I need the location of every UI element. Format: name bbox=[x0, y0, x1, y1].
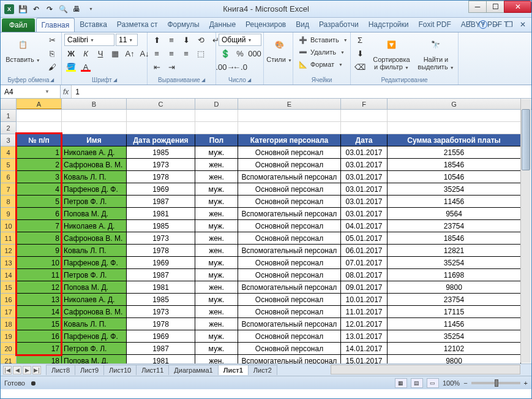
cell[interactable]: 03.01.2017 bbox=[341, 183, 388, 196]
cell[interactable]: жен. bbox=[195, 245, 238, 257]
cell[interactable]: Попова М. Д. bbox=[62, 355, 127, 363]
font-dialog-launcher-icon[interactable]: ◢ bbox=[113, 77, 117, 83]
cell[interactable]: 8 bbox=[17, 232, 62, 245]
redo-icon[interactable]: ↷ bbox=[43, 3, 56, 15]
cell[interactable]: 03.01.2017 bbox=[341, 146, 388, 159]
align-right-icon[interactable]: ≡ bbox=[179, 47, 193, 59]
ribbon-tab-3[interactable]: Формулы bbox=[163, 18, 204, 32]
clear-icon[interactable]: ⌫ bbox=[353, 61, 367, 73]
cell[interactable]: 08.01.2017 bbox=[341, 269, 388, 281]
row-header[interactable]: 16 bbox=[1, 294, 17, 306]
cell[interactable]: 03.01.2017 bbox=[341, 208, 388, 220]
doc-restore-icon[interactable]: ❐ bbox=[504, 20, 514, 29]
table-header-cell[interactable]: Сумма заработной платы bbox=[388, 134, 521, 146]
cell[interactable]: Коваль Л. П. bbox=[62, 318, 127, 330]
horizontal-scrollbar[interactable] bbox=[331, 365, 520, 374]
alignment-dialog-launcher-icon[interactable]: ◢ bbox=[201, 77, 205, 83]
cell[interactable]: Петров Ф. Л. bbox=[62, 343, 127, 355]
cell[interactable]: Основной персонал bbox=[238, 146, 341, 159]
page-layout-view-icon[interactable]: ▤ bbox=[411, 378, 423, 388]
cell[interactable]: 03.01.2017 bbox=[341, 196, 388, 208]
cell[interactable]: 16 bbox=[17, 330, 62, 343]
cell[interactable]: 12.01.2017 bbox=[341, 318, 388, 330]
table-header-cell[interactable]: Дата bbox=[341, 134, 388, 146]
increase-decimal-icon[interactable]: .00→ bbox=[219, 61, 232, 73]
cell[interactable]: 1987 bbox=[127, 269, 195, 281]
cell[interactable] bbox=[341, 110, 388, 122]
table-header-cell[interactable]: № п/п bbox=[17, 134, 62, 146]
cell[interactable]: 10546 bbox=[388, 171, 521, 183]
cell[interactable]: муж. bbox=[195, 220, 238, 232]
cell[interactable]: 13.01.2017 bbox=[341, 330, 388, 343]
cut-icon[interactable]: ✂ bbox=[45, 34, 59, 46]
column-header-G[interactable]: G bbox=[388, 99, 521, 109]
cell[interactable] bbox=[17, 110, 62, 122]
row-header[interactable]: 6 bbox=[1, 171, 17, 183]
cell[interactable]: Сафронова В. М. bbox=[62, 232, 127, 245]
cell[interactable]: 1969 bbox=[127, 183, 195, 196]
cell[interactable]: Основной персонал bbox=[238, 306, 341, 318]
ribbon-tab-8[interactable]: Надстройки bbox=[364, 18, 414, 32]
cell[interactable]: Основной персонал bbox=[238, 330, 341, 343]
cell[interactable]: 5 bbox=[17, 196, 62, 208]
row-header[interactable]: 9 bbox=[1, 208, 17, 220]
sheet-nav-prev-icon[interactable]: ◀ bbox=[13, 366, 21, 374]
table-header-cell[interactable]: Пол bbox=[195, 134, 238, 146]
cell[interactable]: 1981 bbox=[127, 281, 195, 294]
row-header[interactable]: 5 bbox=[1, 159, 17, 171]
minimize-button[interactable]: ─ bbox=[468, 1, 487, 13]
cell[interactable]: 1973 bbox=[127, 232, 195, 245]
number-format-combo[interactable]: Общий▼ bbox=[219, 34, 261, 46]
sort-filter-button[interactable]: 🔽 Сортировка и фильтр▼ bbox=[369, 34, 414, 72]
cell[interactable]: Основной персонал bbox=[238, 257, 341, 269]
cell[interactable]: Коваль Л. П. bbox=[62, 245, 127, 257]
delete-cells-button[interactable]: ➖Удалить▼ bbox=[296, 46, 347, 58]
row-header[interactable]: 1 bbox=[1, 110, 17, 122]
cell[interactable]: 12102 bbox=[388, 343, 521, 355]
cell[interactable]: 1969 bbox=[127, 257, 195, 269]
cell[interactable] bbox=[238, 110, 341, 122]
cell[interactable] bbox=[341, 122, 388, 134]
currency-icon[interactable]: 💲 bbox=[219, 47, 232, 59]
cell[interactable]: 2 bbox=[17, 159, 62, 171]
cell[interactable]: муж. bbox=[195, 294, 238, 306]
sheet-tab[interactable]: Диаграмма1 bbox=[168, 365, 218, 375]
cell[interactable]: 07.01.2017 bbox=[341, 257, 388, 269]
cell[interactable]: жен. bbox=[195, 318, 238, 330]
cell[interactable]: 1973 bbox=[127, 159, 195, 171]
format-painter-icon[interactable]: 🖌 bbox=[45, 61, 59, 73]
cell[interactable]: 11.01.2017 bbox=[341, 306, 388, 318]
cell[interactable] bbox=[195, 122, 238, 134]
comma-icon[interactable]: 000 bbox=[248, 47, 261, 59]
column-header-C[interactable]: C bbox=[127, 99, 195, 109]
cell[interactable]: 1987 bbox=[127, 196, 195, 208]
cell[interactable]: жен. bbox=[195, 159, 238, 171]
cell[interactable]: Основной персонал bbox=[238, 159, 341, 171]
cell[interactable]: 1978 bbox=[127, 318, 195, 330]
cell[interactable]: 12 bbox=[17, 281, 62, 294]
sheet-tab[interactable]: Лист9 bbox=[75, 365, 104, 375]
font-grow-icon[interactable]: A↑ bbox=[123, 47, 137, 59]
decrease-indent-icon[interactable]: ⇤ bbox=[150, 61, 163, 73]
row-header[interactable]: 8 bbox=[1, 196, 17, 208]
merge-icon[interactable]: ⬚ bbox=[194, 47, 208, 59]
cell[interactable] bbox=[62, 122, 127, 134]
page-break-view-icon[interactable]: ▭ bbox=[427, 378, 439, 388]
cell[interactable]: 18546 bbox=[388, 159, 521, 171]
cell[interactable]: 21556 bbox=[388, 146, 521, 159]
cell[interactable]: 05.01.2017 bbox=[341, 232, 388, 245]
cell[interactable]: 10.01.2017 bbox=[341, 294, 388, 306]
row-header[interactable]: 18 bbox=[1, 318, 17, 330]
cell[interactable]: 23754 bbox=[388, 220, 521, 232]
cell[interactable]: 11 bbox=[17, 269, 62, 281]
cell[interactable]: 09.01.2017 bbox=[341, 281, 388, 294]
column-header-E[interactable]: E bbox=[238, 99, 341, 109]
cell[interactable]: 03.01.2017 bbox=[341, 159, 388, 171]
cell[interactable]: 18 bbox=[17, 355, 62, 363]
cell[interactable]: Николаев А. Д. bbox=[62, 220, 127, 232]
copy-icon[interactable]: ⎘ bbox=[45, 47, 59, 59]
cell[interactable] bbox=[195, 110, 238, 122]
ribbon-tab-2[interactable]: Разметка ст bbox=[112, 18, 163, 32]
cell[interactable]: Попова М. Д. bbox=[62, 281, 127, 294]
row-header[interactable]: 2 bbox=[1, 122, 17, 134]
